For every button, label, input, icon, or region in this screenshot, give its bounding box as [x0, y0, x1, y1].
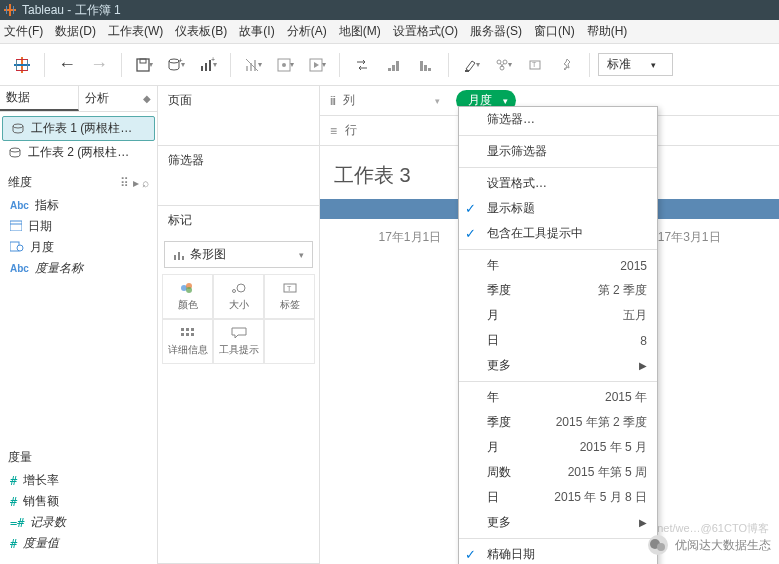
menu-show-title[interactable]: ✓显示标题: [459, 196, 657, 221]
back-button[interactable]: ←: [53, 51, 81, 79]
swap-axes-button[interactable]: [348, 51, 376, 79]
mark-size-button[interactable]: 大小: [213, 274, 264, 319]
dimensions-header: 维度: [8, 174, 32, 191]
measure-field[interactable]: #增长率: [0, 470, 157, 491]
svg-rect-57: [186, 333, 189, 336]
menu-window[interactable]: 窗口(N): [534, 23, 575, 40]
sort-desc-button[interactable]: [412, 51, 440, 79]
svg-rect-7: [27, 59, 28, 71]
menu-exact-date[interactable]: ✓精确日期: [459, 542, 657, 564]
menu-month[interactable]: 月五月: [459, 303, 657, 328]
group-button[interactable]: ▾: [489, 51, 517, 79]
svg-rect-25: [388, 68, 391, 71]
pages-shelf[interactable]: 页面: [158, 86, 319, 146]
run-update-button[interactable]: ▾: [303, 51, 331, 79]
svg-rect-26: [392, 65, 395, 71]
svg-rect-29: [424, 65, 427, 71]
svg-point-61: [657, 543, 665, 551]
svg-rect-2: [6, 6, 7, 14]
clear-sheet-button[interactable]: ▾: [239, 51, 267, 79]
svg-rect-44: [178, 252, 180, 260]
save-button[interactable]: ▾: [130, 51, 158, 79]
pause-updates-button[interactable]: ▾: [271, 51, 299, 79]
svg-point-34: [500, 66, 504, 70]
view-options-icon[interactable]: ⠿ ▸ ⌕: [120, 176, 149, 190]
datasource-item[interactable]: 工作表 2 (两根柱…: [0, 141, 157, 164]
dimension-field[interactable]: 月度: [0, 237, 157, 258]
dimension-field[interactable]: Abc度量名称: [0, 258, 157, 279]
menu-format[interactable]: 设置格式…: [459, 171, 657, 196]
mark-tooltip-button[interactable]: 工具提示: [213, 319, 264, 364]
check-icon: ✓: [465, 547, 476, 562]
pin-button[interactable]: [553, 51, 581, 79]
measure-field[interactable]: #度量值: [0, 533, 157, 554]
svg-point-37: [13, 124, 23, 128]
menu-day[interactable]: 日8: [459, 328, 657, 353]
svg-point-42: [17, 245, 23, 251]
highlight-button[interactable]: ▾: [457, 51, 485, 79]
svg-point-50: [237, 284, 245, 292]
tab-analysis[interactable]: 分析◆: [79, 86, 157, 111]
rows-shelf[interactable]: ≡ 行: [320, 122, 450, 139]
dimension-field[interactable]: 日期: [0, 216, 157, 237]
menu-more[interactable]: 更多▶: [459, 353, 657, 378]
menu-map[interactable]: 地图(M): [339, 23, 381, 40]
menu-show-filter[interactable]: 显示筛选器: [459, 139, 657, 164]
menu-quarter[interactable]: 季度第 2 季度: [459, 278, 657, 303]
svg-rect-27: [396, 61, 399, 71]
tableau-home-icon[interactable]: [8, 51, 36, 79]
svg-rect-15: [205, 63, 207, 71]
svg-rect-56: [181, 333, 184, 336]
filters-shelf[interactable]: 筛选器: [158, 146, 319, 206]
menu-include-tooltip[interactable]: ✓包含在工具提示中: [459, 221, 657, 246]
svg-point-23: [282, 63, 286, 67]
number-icon: #: [10, 495, 17, 509]
number-icon: #: [10, 474, 17, 488]
mark-label-button[interactable]: T标签: [264, 274, 315, 319]
abc-icon: Abc: [10, 263, 29, 274]
svg-point-38: [10, 148, 20, 152]
menu-quarter-2[interactable]: 季度2015 年第 2 季度: [459, 410, 657, 435]
menu-year[interactable]: 年2015: [459, 253, 657, 278]
menu-month-2[interactable]: 月2015 年 5 月: [459, 435, 657, 460]
menu-filter[interactable]: 筛选器…: [459, 107, 657, 132]
measure-field[interactable]: #销售额: [0, 491, 157, 512]
svg-rect-18: [246, 66, 248, 71]
dimension-field[interactable]: Abc指标: [0, 195, 157, 216]
new-sheet-button[interactable]: +▾: [194, 51, 222, 79]
menu-worksheet[interactable]: 工作表(W): [108, 23, 163, 40]
measures-header: 度量: [8, 449, 32, 466]
abc-icon: Abc: [10, 200, 29, 211]
mark-detail-button[interactable]: 详细信息: [162, 319, 213, 364]
menu-week-2[interactable]: 周数2015 年第 5 周: [459, 460, 657, 485]
menu-help[interactable]: 帮助(H): [587, 23, 628, 40]
svg-rect-45: [182, 256, 184, 260]
calendar-icon: [10, 220, 22, 234]
menu-dashboard[interactable]: 仪表板(B): [175, 23, 227, 40]
data-sidebar: 数据 分析◆ 工作表 1 (两根柱… 工作表 2 (两根柱… 维度 ⠿ ▸ ⌕ …: [0, 86, 158, 564]
menu-analysis[interactable]: 分析(A): [287, 23, 327, 40]
tableau-logo-icon: [4, 4, 16, 16]
menu-data[interactable]: 数据(D): [55, 23, 96, 40]
datasource-item[interactable]: 工作表 1 (两根柱…: [2, 116, 155, 141]
measure-field[interactable]: =#记录数: [0, 512, 157, 533]
columns-shelf[interactable]: iii 列 ▾: [320, 92, 450, 109]
menu-year-2[interactable]: 年2015 年: [459, 385, 657, 410]
menu-file[interactable]: 文件(F): [4, 23, 43, 40]
menu-server[interactable]: 服务器(S): [470, 23, 522, 40]
forward-button[interactable]: →: [85, 51, 113, 79]
new-datasource-button[interactable]: +▾: [162, 51, 190, 79]
sort-asc-button[interactable]: [380, 51, 408, 79]
menu-format[interactable]: 设置格式(O): [393, 23, 458, 40]
cards-panel: 页面 筛选器 标记 条形图 ▾ 颜色 大小 T标签 详细信息 工具提示: [158, 86, 320, 564]
show-labels-button[interactable]: T: [521, 51, 549, 79]
svg-rect-8: [16, 59, 28, 60]
menu-story[interactable]: 故事(I): [239, 23, 274, 40]
number-icon: #: [10, 537, 17, 551]
tab-data[interactable]: 数据: [0, 86, 79, 111]
mark-color-button[interactable]: 颜色: [162, 274, 213, 319]
menu-more-2[interactable]: 更多▶: [459, 510, 657, 535]
menu-day-2[interactable]: 日2015 年 5 月 8 日: [459, 485, 657, 510]
mark-type-dropdown[interactable]: 条形图 ▾: [164, 241, 313, 268]
fit-dropdown[interactable]: 标准▾: [598, 53, 673, 76]
